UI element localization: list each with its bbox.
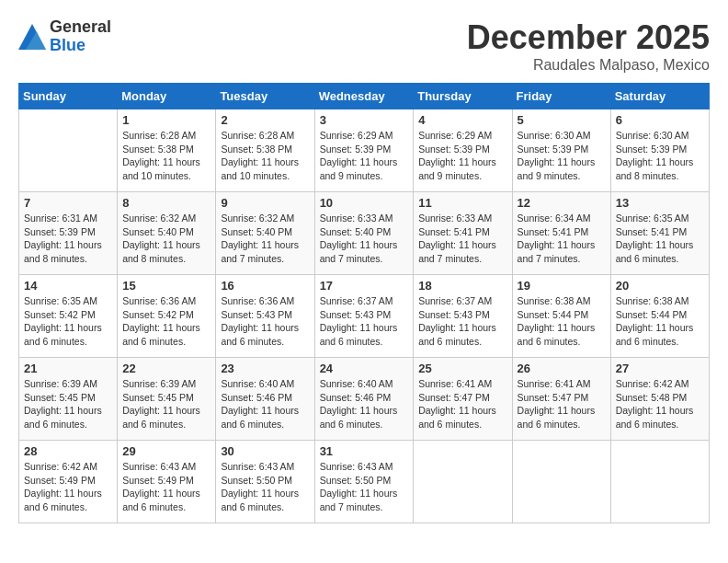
calendar-cell: 2Sunrise: 6:28 AMSunset: 5:38 PMDaylight… bbox=[216, 109, 314, 192]
day-info: Sunrise: 6:28 AMSunset: 5:38 PMDaylight:… bbox=[122, 129, 210, 183]
month-title: December 2025 bbox=[467, 18, 710, 57]
day-number: 21 bbox=[24, 362, 112, 375]
calendar-cell: 9Sunrise: 6:32 AMSunset: 5:40 PMDaylight… bbox=[216, 192, 314, 275]
day-number: 11 bbox=[418, 196, 506, 210]
day-number: 15 bbox=[122, 279, 210, 293]
day-number: 17 bbox=[320, 279, 409, 293]
calendar-cell: 17Sunrise: 6:37 AMSunset: 5:43 PMDayligh… bbox=[314, 275, 414, 358]
calendar-cell: 6Sunrise: 6:30 AMSunset: 5:39 PMDaylight… bbox=[610, 109, 709, 192]
calendar-cell bbox=[610, 441, 709, 523]
day-number: 24 bbox=[320, 362, 409, 375]
day-number: 10 bbox=[320, 196, 409, 210]
day-info: Sunrise: 6:42 AMSunset: 5:49 PMDaylight:… bbox=[24, 460, 112, 514]
header-saturday: Saturday bbox=[610, 84, 709, 109]
calendar-week-4: 21Sunrise: 6:39 AMSunset: 5:45 PMDayligh… bbox=[19, 358, 710, 441]
calendar-week-1: 1Sunrise: 6:28 AMSunset: 5:38 PMDaylight… bbox=[19, 109, 710, 192]
calendar-cell: 3Sunrise: 6:29 AMSunset: 5:39 PMDaylight… bbox=[314, 109, 414, 192]
day-number: 31 bbox=[320, 444, 409, 458]
location: Raudales Malpaso, Mexico bbox=[467, 57, 710, 74]
calendar-cell: 1Sunrise: 6:28 AMSunset: 5:38 PMDaylight… bbox=[118, 109, 216, 192]
logo: General Blue bbox=[18, 18, 111, 55]
day-info: Sunrise: 6:42 AMSunset: 5:48 PMDaylight:… bbox=[616, 377, 704, 431]
day-info: Sunrise: 6:30 AMSunset: 5:39 PMDaylight:… bbox=[518, 129, 606, 183]
calendar-cell: 30Sunrise: 6:43 AMSunset: 5:50 PMDayligh… bbox=[216, 441, 314, 523]
day-number: 19 bbox=[518, 279, 606, 293]
day-info: Sunrise: 6:38 AMSunset: 5:44 PMDaylight:… bbox=[616, 294, 704, 349]
day-info: Sunrise: 6:40 AMSunset: 5:46 PMDaylight:… bbox=[320, 377, 409, 431]
calendar-cell: 12Sunrise: 6:34 AMSunset: 5:41 PMDayligh… bbox=[512, 192, 610, 275]
calendar-cell: 29Sunrise: 6:43 AMSunset: 5:49 PMDayligh… bbox=[118, 441, 216, 523]
calendar-cell: 10Sunrise: 6:33 AMSunset: 5:40 PMDayligh… bbox=[314, 192, 414, 275]
calendar-cell: 22Sunrise: 6:39 AMSunset: 5:45 PMDayligh… bbox=[118, 358, 216, 441]
day-number: 30 bbox=[221, 444, 309, 458]
calendar-cell: 25Sunrise: 6:41 AMSunset: 5:47 PMDayligh… bbox=[414, 358, 512, 441]
day-number: 5 bbox=[518, 113, 606, 127]
day-info: Sunrise: 6:30 AMSunset: 5:39 PMDaylight:… bbox=[616, 129, 704, 183]
day-number: 13 bbox=[616, 196, 704, 210]
calendar-cell: 23Sunrise: 6:40 AMSunset: 5:46 PMDayligh… bbox=[216, 358, 314, 441]
day-info: Sunrise: 6:37 AMSunset: 5:43 PMDaylight:… bbox=[320, 294, 409, 349]
day-info: Sunrise: 6:33 AMSunset: 5:40 PMDaylight:… bbox=[320, 212, 409, 266]
calendar-cell: 26Sunrise: 6:41 AMSunset: 5:47 PMDayligh… bbox=[512, 358, 610, 441]
day-number: 14 bbox=[24, 279, 112, 293]
day-info: Sunrise: 6:43 AMSunset: 5:50 PMDaylight:… bbox=[320, 460, 409, 514]
calendar-cell: 28Sunrise: 6:42 AMSunset: 5:49 PMDayligh… bbox=[19, 441, 118, 523]
day-number: 7 bbox=[24, 196, 112, 210]
calendar-cell: 16Sunrise: 6:36 AMSunset: 5:43 PMDayligh… bbox=[216, 275, 314, 358]
day-info: Sunrise: 6:41 AMSunset: 5:47 PMDaylight:… bbox=[418, 377, 506, 431]
calendar-cell: 27Sunrise: 6:42 AMSunset: 5:48 PMDayligh… bbox=[610, 358, 709, 441]
day-number: 6 bbox=[616, 113, 704, 127]
header-wednesday: Wednesday bbox=[314, 84, 414, 109]
day-info: Sunrise: 6:39 AMSunset: 5:45 PMDaylight:… bbox=[24, 377, 112, 431]
day-info: Sunrise: 6:28 AMSunset: 5:38 PMDaylight:… bbox=[221, 129, 309, 183]
day-info: Sunrise: 6:34 AMSunset: 5:41 PMDaylight:… bbox=[518, 212, 606, 266]
calendar-cell: 21Sunrise: 6:39 AMSunset: 5:45 PMDayligh… bbox=[19, 358, 118, 441]
day-info: Sunrise: 6:33 AMSunset: 5:41 PMDaylight:… bbox=[418, 212, 506, 266]
day-number: 9 bbox=[221, 196, 309, 210]
day-number: 18 bbox=[418, 279, 506, 293]
calendar-cell: 14Sunrise: 6:35 AMSunset: 5:42 PMDayligh… bbox=[19, 275, 118, 358]
day-number: 27 bbox=[616, 362, 704, 375]
calendar-cell: 18Sunrise: 6:37 AMSunset: 5:43 PMDayligh… bbox=[414, 275, 512, 358]
day-info: Sunrise: 6:29 AMSunset: 5:39 PMDaylight:… bbox=[320, 129, 409, 183]
day-info: Sunrise: 6:39 AMSunset: 5:45 PMDaylight:… bbox=[122, 377, 210, 431]
day-info: Sunrise: 6:35 AMSunset: 5:41 PMDaylight:… bbox=[616, 212, 704, 266]
day-number: 22 bbox=[122, 362, 210, 375]
day-number: 1 bbox=[122, 113, 210, 127]
day-number: 16 bbox=[221, 279, 309, 293]
calendar-cell: 15Sunrise: 6:36 AMSunset: 5:42 PMDayligh… bbox=[118, 275, 216, 358]
calendar-table: SundayMondayTuesdayWednesdayThursdayFrid… bbox=[18, 83, 710, 523]
calendar-cell: 24Sunrise: 6:40 AMSunset: 5:46 PMDayligh… bbox=[314, 358, 414, 441]
day-info: Sunrise: 6:32 AMSunset: 5:40 PMDaylight:… bbox=[122, 212, 210, 266]
calendar-cell: 8Sunrise: 6:32 AMSunset: 5:40 PMDaylight… bbox=[118, 192, 216, 275]
day-info: Sunrise: 6:36 AMSunset: 5:42 PMDaylight:… bbox=[122, 294, 210, 349]
calendar-cell bbox=[19, 109, 118, 192]
day-info: Sunrise: 6:32 AMSunset: 5:40 PMDaylight:… bbox=[221, 212, 309, 266]
calendar-cell: 4Sunrise: 6:29 AMSunset: 5:39 PMDaylight… bbox=[414, 109, 512, 192]
day-number: 3 bbox=[320, 113, 409, 127]
day-number: 28 bbox=[24, 444, 112, 458]
day-number: 4 bbox=[418, 113, 506, 127]
calendar-week-2: 7Sunrise: 6:31 AMSunset: 5:39 PMDaylight… bbox=[19, 192, 710, 275]
calendar-cell bbox=[512, 441, 610, 523]
calendar-cell bbox=[414, 441, 512, 523]
calendar-cell: 7Sunrise: 6:31 AMSunset: 5:39 PMDaylight… bbox=[19, 192, 118, 275]
day-number: 2 bbox=[221, 113, 309, 127]
header-monday: Monday bbox=[118, 84, 216, 109]
logo-blue: Blue bbox=[50, 37, 111, 55]
day-info: Sunrise: 6:37 AMSunset: 5:43 PMDaylight:… bbox=[418, 294, 506, 349]
calendar-header-row: SundayMondayTuesdayWednesdayThursdayFrid… bbox=[19, 84, 710, 109]
title-block: December 2025 Raudales Malpaso, Mexico bbox=[467, 18, 710, 74]
day-number: 23 bbox=[221, 362, 309, 375]
page-header: General Blue December 2025 Raudales Malp… bbox=[18, 18, 710, 74]
header-sunday: Sunday bbox=[19, 84, 118, 109]
day-number: 29 bbox=[122, 444, 210, 458]
day-number: 25 bbox=[418, 362, 506, 375]
day-number: 26 bbox=[518, 362, 606, 375]
day-info: Sunrise: 6:43 AMSunset: 5:49 PMDaylight:… bbox=[122, 460, 210, 514]
calendar-cell: 13Sunrise: 6:35 AMSunset: 5:41 PMDayligh… bbox=[610, 192, 709, 275]
calendar-cell: 11Sunrise: 6:33 AMSunset: 5:41 PMDayligh… bbox=[414, 192, 512, 275]
calendar-cell: 31Sunrise: 6:43 AMSunset: 5:50 PMDayligh… bbox=[314, 441, 414, 523]
calendar-week-3: 14Sunrise: 6:35 AMSunset: 5:42 PMDayligh… bbox=[19, 275, 710, 358]
day-number: 8 bbox=[122, 196, 210, 210]
